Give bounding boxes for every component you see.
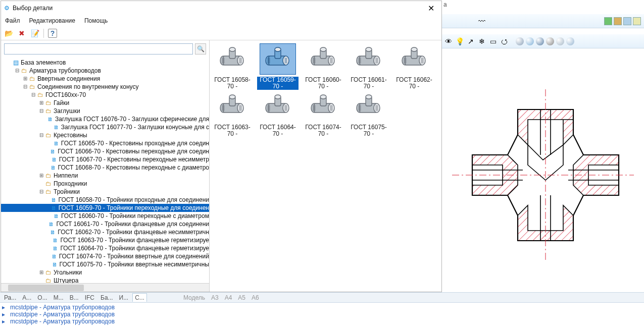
help-icon[interactable]: ?: [48, 29, 57, 38]
close-button[interactable]: ✕: [424, 4, 438, 13]
tree-item[interactable]: 🗎ГОСТ 16062-70 - Тройники фланцевые неси…: [1, 228, 209, 236]
svg-point-57: [275, 95, 281, 99]
expand-toggle[interactable]: ⊟: [37, 107, 45, 115]
tree[interactable]: ▤База элементов⊟🗀Арматура трубопроводов⊞…: [1, 58, 209, 283]
expand-toggle[interactable]: ⊟: [21, 83, 29, 91]
tree-item[interactable]: 🗎ГОСТ 16075-70 - Тройники ввертные несим…: [1, 260, 209, 268]
tree-item[interactable]: 🗎ГОСТ 16061-70 - Тройники фланцевые для …: [1, 220, 209, 228]
tree-item[interactable]: 🗎ГОСТ 16065-70 - Крестовины проходные дл…: [1, 139, 209, 147]
expand-toggle[interactable]: ⊟: [37, 188, 45, 196]
sheet-tab[interactable]: А5: [236, 294, 247, 302]
hide-icon[interactable]: 👁: [444, 37, 453, 46]
menu-help[interactable]: Помощь: [84, 17, 108, 24]
expand-toggle[interactable]: ⊞: [37, 268, 45, 277]
expand-toggle[interactable]: ⊟: [37, 131, 45, 139]
tree-item[interactable]: 🗎Заглушка ГОСТ 16076-70 - Заглушки сфери…: [1, 115, 209, 123]
menubar: Файл Редактирование Помощь: [1, 15, 441, 26]
panel-tab[interactable]: М...: [52, 294, 66, 302]
expand-toggle[interactable]: ⊞: [37, 172, 45, 180]
part-thumbnail[interactable]: ГОСТ 16064-70 -Тройники фла...: [257, 91, 299, 137]
tree-item[interactable]: 🗎ГОСТ 16063-70 - Тройники фланцевые герм…: [1, 236, 209, 244]
panel-tab[interactable]: А...: [20, 294, 33, 302]
panel-tab[interactable]: С...: [132, 293, 147, 302]
panel-tab[interactable]: Ба...: [98, 294, 115, 302]
sheet-tab[interactable]: А4: [223, 294, 234, 302]
tree-folder[interactable]: ⊟🗀Тройники: [1, 188, 209, 196]
part-icon: 🗎: [54, 212, 59, 220]
folder-open-icon[interactable]: 📂: [4, 29, 13, 38]
part-thumbnail[interactable]: ГОСТ 16075-70 -Тройники вве...: [348, 91, 389, 137]
layer-icon[interactable]: ↗: [466, 37, 475, 46]
bg-icon[interactable]: [623, 17, 631, 25]
menu-edit[interactable]: Редактирование: [29, 17, 75, 24]
panel-tab[interactable]: Ра...: [2, 294, 18, 302]
expand-toggle[interactable]: ⊟: [13, 67, 21, 75]
part-thumbnail[interactable]: ГОСТ 16063-70 -Тройники фла...: [212, 91, 253, 137]
part-thumbnail[interactable]: ГОСТ 16058-70 -Тройники про...: [212, 43, 253, 90]
tree-scrollbar-h[interactable]: [1, 283, 209, 292]
panel-tab[interactable]: И...: [117, 294, 131, 302]
expand-toggle[interactable]: ⊞: [37, 99, 45, 107]
part-thumbnail[interactable]: ГОСТ 16059-70 -Тройники пер...: [257, 43, 299, 90]
bg-icon[interactable]: [604, 17, 612, 25]
tree-item[interactable]: 🗎ГОСТ 16059-70 - Тройники переходные для…: [1, 204, 209, 212]
tree-folder[interactable]: ⊞🗀Ниппели: [1, 172, 209, 180]
search-button[interactable]: 🔍: [195, 43, 206, 54]
sphere-icon[interactable]: [546, 37, 554, 45]
sphere-icon[interactable]: [536, 37, 544, 45]
tree-folder[interactable]: ⊟🗀Арматура трубопроводов: [1, 67, 209, 75]
tree-folder[interactable]: ⊞🗀Угольники: [1, 268, 209, 277]
drawing-canvas[interactable]: [442, 48, 644, 302]
tree-item[interactable]: 🗎ГОСТ 16060-70 - Тройники переходные с д…: [1, 212, 209, 220]
expand-toggle[interactable]: ⊟: [29, 91, 37, 99]
tree-item[interactable]: 🗎ГОСТ 16068-70 - Крестовины переходные с…: [1, 163, 209, 172]
sphere-icon[interactable]: [516, 37, 524, 45]
tree-folder[interactable]: ⊞🗀Гайки: [1, 99, 209, 107]
tree-folder[interactable]: ▤База элементов: [1, 59, 209, 67]
menu-file[interactable]: Файл: [5, 17, 20, 24]
tree-folder[interactable]: ⊞🗀Ввертные соединения: [1, 75, 209, 83]
bulb-icon[interactable]: 💡: [455, 37, 464, 46]
tree-item[interactable]: 🗎ГОСТ 16074-70 - Тройники ввертные для с…: [1, 252, 209, 260]
tree-item[interactable]: 🗎ГОСТ 16058-70 - Тройники проходные для …: [1, 196, 209, 204]
tree-panel: 🔍 ▤База элементов⊟🗀Арматура трубопроводо…: [1, 40, 210, 292]
sheet-tab[interactable]: А3: [209, 294, 221, 302]
bg-icon[interactable]: [614, 17, 622, 25]
panel-tab[interactable]: В...: [68, 294, 81, 302]
tree-folder[interactable]: ⊟🗀Соединения по внутреннему конусу: [1, 83, 209, 91]
tree-label: ГОСТ 16064-70 - Тройники фланцевые герме…: [60, 244, 209, 252]
part-thumbnail[interactable]: ГОСТ 16074-70 -Тройники вве...: [303, 91, 344, 137]
sphere-icon[interactable]: [556, 37, 564, 45]
part-thumbnail[interactable]: ГОСТ 16062-70 -Тройники фла...: [393, 43, 435, 90]
tree-folder[interactable]: 🗀Проходники: [1, 180, 209, 188]
tree-item[interactable]: 🗎ГОСТ 16064-70 - Тройники фланцевые герм…: [1, 244, 209, 252]
tree-folder[interactable]: ⊟🗀ГОСТ160xx-70: [1, 91, 209, 99]
sphere-icon[interactable]: [566, 37, 574, 45]
bg-icon[interactable]: [633, 17, 641, 25]
tree-label: Ввертные соединения: [37, 75, 100, 83]
orbit-icon[interactable]: ⭯: [500, 37, 509, 46]
svg-rect-45: [421, 58, 423, 63]
tree-folder[interactable]: ⊟🗀Заглушки: [1, 107, 209, 115]
sheet-tab[interactable]: А6: [250, 294, 261, 302]
tree-folder[interactable]: 🗀Штуцера: [1, 277, 209, 283]
sheet-tab[interactable]: Модель: [181, 294, 207, 302]
tree-item[interactable]: 🗎Заглушка ГОСТ 16077-70 - Заглушки конус…: [1, 123, 209, 131]
search-input[interactable]: [4, 43, 193, 54]
tree-folder[interactable]: ⊟🗀Крестовины: [1, 131, 209, 139]
sheet-icon[interactable]: ▭: [488, 37, 498, 46]
sphere-icon[interactable]: [526, 37, 534, 45]
tree-item[interactable]: 🗎ГОСТ 16066-70 - Крестовины переходные д…: [1, 147, 209, 155]
part-thumbnail[interactable]: ГОСТ 16061-70 -Тройники фла...: [348, 43, 389, 90]
freeze-icon[interactable]: ❄: [477, 37, 486, 46]
tree-item[interactable]: 🗎ГОСТ 16067-70 - Крестовины переходные н…: [1, 155, 209, 163]
part-thumbnail[interactable]: ГОСТ 16060-70 -Тройники пер...: [303, 43, 344, 90]
tree-label: ГОСТ 16065-70 - Крестовины проходные для…: [61, 139, 209, 147]
panel-tab[interactable]: О...: [35, 294, 49, 302]
expand-toggle[interactable]: ⊞: [21, 75, 29, 83]
delete-icon[interactable]: ✖: [17, 29, 26, 38]
edit-icon[interactable]: 📝: [30, 29, 39, 38]
bg-tool-icon[interactable]: 〰: [477, 17, 486, 26]
svg-rect-16: [222, 58, 224, 63]
panel-tab[interactable]: IFC: [83, 294, 96, 302]
